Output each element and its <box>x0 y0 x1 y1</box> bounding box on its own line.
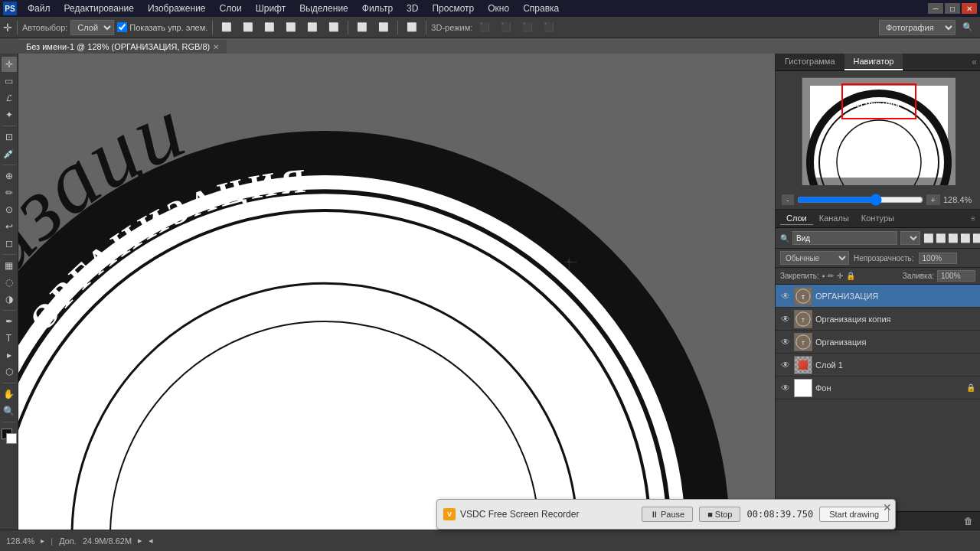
path-select-tool-button[interactable]: ▸ <box>2 347 17 363</box>
rect-select-tool-button[interactable]: ▭ <box>2 73 17 89</box>
menu-image[interactable]: Изображение <box>142 2 212 15</box>
close-button[interactable]: ✕ <box>962 3 977 14</box>
tab-layers[interactable]: Слои <box>780 212 813 225</box>
layer-visibility-1[interactable]: 👁 <box>780 314 791 324</box>
document-tab[interactable]: Без имени-1 @ 128% (ОРГАНИЗАЦИЯ, RGB/8) … <box>18 40 227 54</box>
filter-adjust-icon[interactable]: ⬜ <box>936 233 946 243</box>
menu-layers[interactable]: Слои <box>214 2 248 15</box>
layer-item-2[interactable]: 👁 T Организация <box>776 331 980 354</box>
lock-transparent-btn[interactable]: ▪ <box>822 272 825 280</box>
workspace-search-button[interactable]: 🔍 <box>959 21 977 34</box>
foreground-color[interactable] <box>2 429 17 444</box>
menu-window[interactable]: Окно <box>482 2 515 15</box>
3d-btn2[interactable]: ⬛ <box>497 21 515 34</box>
zoom-in-button[interactable]: + <box>926 194 940 205</box>
menu-3d[interactable]: 3D <box>400 2 424 15</box>
filter-type-icon[interactable]: ⬜ <box>948 233 959 243</box>
3d-btn1[interactable]: ⬛ <box>475 21 494 34</box>
workspace-select[interactable]: Фотография <box>879 20 956 35</box>
vsdc-stop-button[interactable]: ■ Stop <box>699 507 740 522</box>
maximize-button[interactable]: □ <box>945 3 960 14</box>
toolbar-divider-5 <box>426 21 426 34</box>
layer-visibility-2[interactable]: 👁 <box>780 337 791 347</box>
shape-tool-button[interactable]: ⬡ <box>2 364 17 380</box>
filter-smart-icon[interactable]: ⬜ <box>972 233 980 243</box>
menu-view[interactable]: Просмотр <box>426 2 480 15</box>
fill-input[interactable] <box>937 270 975 282</box>
gradient-tool-button[interactable]: ▦ <box>2 258 17 273</box>
layer-item-3[interactable]: 👁 Слой 1 <box>776 354 980 377</box>
vsdc-recorder-bar: V VSDC Free Screen Recorder ⏸ Pause ■ St… <box>436 499 896 530</box>
lasso-tool-button[interactable]: 𝓛 <box>2 90 17 106</box>
vsdc-close-button[interactable]: ✕ <box>883 501 892 514</box>
align-mid-button[interactable]: ⬜ <box>303 21 322 34</box>
layer-visibility-4[interactable]: 👁 <box>780 383 791 393</box>
distribute-h-button[interactable]: ⬜ <box>353 21 371 34</box>
layer-item-4[interactable]: 👁 Фон 🔒 <box>776 377 980 399</box>
pen-tool-button[interactable]: ✒ <box>2 314 17 329</box>
menu-edit[interactable]: Редактирование <box>58 2 140 15</box>
status-zoom-arrow[interactable]: ▸ <box>41 536 44 545</box>
layer-visibility-3[interactable]: 👁 <box>780 360 791 370</box>
menu-help[interactable]: Справка <box>517 2 565 15</box>
panel-collapse-btn[interactable]: « <box>969 54 980 70</box>
distribute-v-button[interactable]: ⬜ <box>374 21 393 34</box>
minimize-button[interactable]: ─ <box>928 3 943 14</box>
auto-align-button[interactable]: ⬜ <box>403 21 421 34</box>
document-tab-close[interactable]: ✕ <box>213 43 219 51</box>
vsdc-start-drawing-button[interactable]: Start drawing <box>819 507 889 522</box>
layers-header: Слои Каналы Контуры ≡ <box>776 210 980 228</box>
layer-item-0[interactable]: 👁 T ОРГАНИЗАЦИЯ <box>776 285 980 308</box>
status-play-btn[interactable]: ▸ <box>138 536 142 546</box>
tab-histogram[interactable]: Гистограмма <box>776 54 844 70</box>
vsdc-pause-button[interactable]: ⏸ Pause <box>642 507 693 522</box>
eyedropper-tool-button[interactable]: 💉 <box>2 146 17 161</box>
layer-item-1[interactable]: 👁 T Организация копия <box>776 308 980 331</box>
align-top-button[interactable]: ⬜ <box>282 21 300 34</box>
dodge-tool-button[interactable]: ◑ <box>2 292 17 307</box>
tab-channels[interactable]: Каналы <box>813 212 855 225</box>
status-back-btn[interactable]: ◂ <box>149 536 153 546</box>
menu-file[interactable]: Файл <box>21 2 57 15</box>
heal-tool-button[interactable]: ⊕ <box>2 168 17 184</box>
align-right-button[interactable]: ⬜ <box>260 21 279 34</box>
hand-tool-button[interactable]: ✋ <box>2 386 17 402</box>
tab-paths[interactable]: Контуры <box>855 212 900 225</box>
lock-image-btn[interactable]: ✏ <box>828 272 834 280</box>
tab-navigator[interactable]: Навигатор <box>844 54 903 70</box>
opacity-input[interactable] <box>919 253 957 264</box>
stamp-tool-button[interactable]: ⊙ <box>2 202 17 217</box>
eraser-tool-button[interactable]: ◻ <box>2 236 17 251</box>
align-left-button[interactable]: ⬜ <box>217 21 236 34</box>
layers-panel-options[interactable]: ≡ <box>971 214 975 223</box>
blur-tool-button[interactable]: ◌ <box>2 275 17 290</box>
layer-kind-select[interactable] <box>900 231 920 245</box>
menu-filter[interactable]: Фильтр <box>356 2 399 15</box>
text-tool-button[interactable]: T <box>2 331 17 346</box>
align-bottom-button[interactable]: ⬜ <box>325 21 343 34</box>
filter-pixel-icon[interactable]: ⬜ <box>923 233 934 243</box>
blend-mode-select[interactable]: Обычные <box>780 251 849 265</box>
layer-select-dropdown[interactable]: Слой <box>70 20 114 35</box>
magic-wand-tool-button[interactable]: ✦ <box>2 107 17 122</box>
layer-visibility-0[interactable]: 👁 <box>780 291 791 302</box>
3d-btn4[interactable]: ⬛ <box>540 21 558 34</box>
3d-btn3[interactable]: ⬛ <box>518 21 537 34</box>
history-brush-button[interactable]: ↩ <box>2 219 17 234</box>
show-controls-checkbox[interactable] <box>117 22 127 32</box>
zoom-tool-button[interactable]: 🔍 <box>2 403 17 419</box>
crop-tool-button[interactable]: ⊡ <box>2 129 17 145</box>
move-tool-button[interactable]: ✛ <box>2 57 17 72</box>
menu-font[interactable]: Шрифт <box>250 2 292 15</box>
lock-position-btn[interactable]: ✛ <box>837 272 843 280</box>
brush-tool-button[interactable]: ✏ <box>2 185 17 201</box>
lock-all-btn[interactable]: 🔒 <box>846 272 855 280</box>
align-center-button[interactable]: ⬜ <box>239 21 257 34</box>
menu-select[interactable]: Выделение <box>293 2 354 15</box>
zoom-slider[interactable] <box>797 194 923 206</box>
canvas-content[interactable]: ОРГАНИЗАЦИЯ Организаци <box>18 54 775 530</box>
filter-shape-icon[interactable]: ⬜ <box>960 233 971 243</box>
layers-search-input[interactable] <box>792 231 897 245</box>
zoom-out-button[interactable]: - <box>782 194 794 205</box>
delete-layer-button[interactable]: 🗑 <box>962 515 975 527</box>
